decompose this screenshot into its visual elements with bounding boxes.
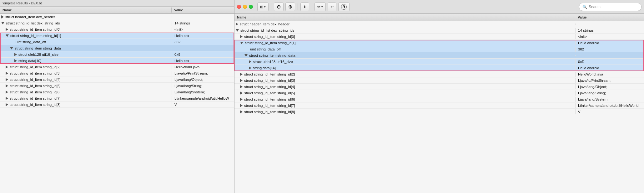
expand-icon[interactable] [6,103,8,106]
zoom-out-icon: ⊖ [277,4,281,10]
row-name-text: string data[10] [18,59,41,63]
table-row[interactable]: string data[14]Hello android [234,65,644,71]
table-row[interactable]: uint string_data_off382 [234,46,644,52]
layout-button[interactable]: ⊞ ▾ [257,3,269,11]
edit-button[interactable]: ✏ ▾ [314,3,326,11]
expand-icon[interactable] [6,28,8,31]
collapse-icon[interactable] [240,42,243,44]
minimize-button[interactable] [243,5,247,9]
left-tree-content[interactable]: struct header_item dex_headerstruct stri… [0,14,234,193]
table-row[interactable]: struct string_id_item string_id[8]V [234,109,644,115]
expand-icon[interactable] [236,23,238,26]
table-row[interactable]: struct string_id_item string_id[2]HelloW… [234,71,644,77]
row-value-text: 382 [575,47,644,52]
expand-icon[interactable] [240,85,243,88]
table-row[interactable]: struct header_item dex_header [0,14,234,20]
expand-icon[interactable] [6,91,8,94]
separator-3 [312,3,312,10]
expand-icon[interactable] [14,59,17,62]
main-container: 'emplate Results - DEX.bt Name Value str… [0,0,644,193]
expand-icon[interactable] [249,60,251,63]
collapse-icon[interactable] [244,54,248,57]
expand-icon[interactable] [14,53,17,56]
row-name: struct string_id_item string_id[3] [234,78,575,83]
expand-icon[interactable] [6,65,8,69]
row-name-text: struct string_id_item string_id[8] [244,110,295,114]
share-icon: ⬆ [303,5,306,9]
table-row[interactable]: struct string_id_item string_id[0]<init> [234,34,644,40]
share-button[interactable]: ⬆ [300,3,309,11]
expand-icon[interactable] [240,104,243,107]
collapse-icon[interactable] [1,22,4,24]
row-value-text: 0x9 [172,52,234,57]
table-row[interactable]: struct string_id_item string_id[4]Ljava/… [0,76,234,83]
zoom-in-button[interactable]: ⊕ [285,3,295,11]
right-col-name-header: Name [234,15,575,20]
row-name-text: struct uleb128 utf16_size [253,60,293,64]
left-table-header: Name Value [0,7,234,14]
close-button[interactable] [237,5,241,9]
table-row[interactable]: struct string_id_item string_id[5]Ljava/… [234,90,644,96]
collapse-icon[interactable] [10,47,13,50]
expand-icon[interactable] [6,78,8,81]
row-name: string data[10] [0,58,172,63]
expand-icon[interactable] [240,110,243,113]
row-name-text: struct string_id_item string_id[4] [10,78,60,81]
expand-icon[interactable] [6,97,8,100]
table-row[interactable]: struct string_id_item string_id[4]Ljava/… [234,84,644,90]
expand-icon[interactable] [6,84,8,87]
table-row[interactable]: struct uleb128 utf16_size0x9 [0,51,234,58]
table-row[interactable]: struct string_id_item string_id[7]Ltinke… [0,95,234,102]
expand-icon[interactable] [1,15,4,18]
table-row[interactable]: struct string_id_item string_id[6]Ljava/… [234,96,644,102]
row-name: struct string_id_item string_id[7] [0,96,172,101]
row-name: struct string_item string_data [234,53,575,58]
table-row[interactable]: struct string_id_item string_id[5]Ljava/… [0,83,234,89]
row-name-text: struct string_id_item string_id[6] [10,90,60,94]
row-name-text: struct string_id_item string_id[7] [10,96,60,100]
table-row[interactable]: struct string_id_item string_id[0]<init> [0,26,234,33]
table-row[interactable]: struct string_id_list dex_string_ids14 s… [0,20,234,26]
table-row[interactable]: struct string_id_item string_id[3]Ljava/… [0,70,234,76]
expand-icon[interactable] [240,79,243,82]
history-icon: ↩ [330,5,334,9]
table-row[interactable]: struct string_id_item string_id[2]HelloW… [0,64,234,70]
expand-icon[interactable] [6,72,8,75]
search-bar[interactable]: 🔍 [579,3,641,11]
table-row[interactable]: struct string_item string_data [234,52,644,59]
expand-icon[interactable] [240,98,243,101]
collapse-icon[interactable] [236,29,239,32]
expand-icon[interactable] [240,91,243,95]
maximize-button[interactable] [249,5,253,9]
row-name-text: struct string_id_item string_id[3] [10,71,60,75]
expand-icon[interactable] [240,35,243,38]
table-row[interactable]: struct string_id_item string_id[8]V [0,102,234,108]
table-row[interactable]: struct string_id_item string_id[3]Ljava/… [234,77,644,84]
table-row[interactable]: struct string_id_item string_id[1]Hello … [234,40,644,46]
table-row[interactable]: uint string_data_off382 [0,39,234,45]
table-row[interactable]: string data[10]Hello zsx [0,58,234,64]
row-name: struct string_id_list dex_string_ids [0,21,172,26]
row-name-text: struct string_id_item string_id[5] [10,84,60,88]
right-tree-content[interactable]: struct header_item dex_headerstruct stri… [234,21,644,193]
table-row[interactable]: struct string_id_item string_id[7]Ltinke… [234,102,644,109]
search-input[interactable] [589,5,632,9]
row-name-text: struct string_id_item string_id[6] [244,97,295,101]
row-name: struct string_id_item string_id[7] [234,103,575,108]
history-button[interactable]: ↩ [328,3,336,11]
table-row[interactable]: struct string_id_item string_id[1]Hello … [0,33,234,39]
collapse-icon[interactable] [6,34,9,37]
row-value-text: 14 strings [172,21,234,26]
table-row[interactable]: struct uleb128 utf16_size0xD [234,59,644,65]
table-row[interactable]: struct string_id_list dex_string_ids14 s… [234,27,644,34]
annotate-button[interactable]: A [338,3,350,11]
row-value-text: Hello android [575,40,644,45]
expand-icon[interactable] [249,66,251,70]
table-row[interactable]: struct string_item string_data [0,45,234,51]
row-value-text: Ljava/io/PrintStream; [172,71,234,76]
row-name-text: struct string_id_item string_id[7] [244,104,295,107]
table-row[interactable]: struct string_id_item string_id[6]Ljava/… [0,89,234,95]
expand-icon[interactable] [240,73,243,76]
zoom-out-button[interactable]: ⊖ [274,3,284,11]
table-row[interactable]: struct header_item dex_header [234,21,644,27]
